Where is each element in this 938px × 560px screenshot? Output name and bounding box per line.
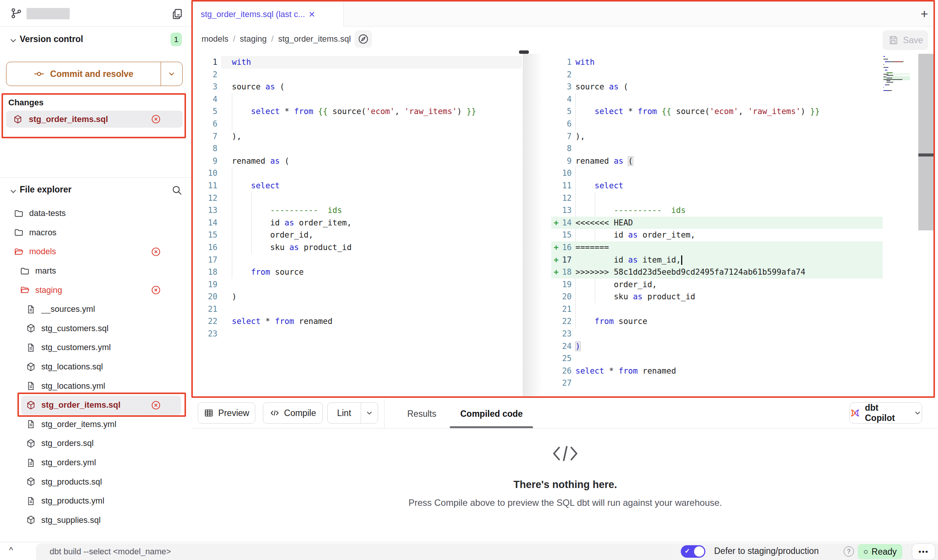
discard-change-icon[interactable] (151, 114, 161, 124)
command-bar[interactable]: dbt build --select <model_name> ✓ Defer … (36, 543, 938, 560)
defer-toggle[interactable]: ✓ (681, 545, 705, 558)
file-explorer-item-stg-supplies-sql[interactable]: stg_supplies.sql (0, 511, 192, 530)
code-line-21[interactable]: 21 (551, 303, 883, 316)
file-explorer-item-staging[interactable]: staging (0, 280, 192, 300)
commit-and-resolve-button[interactable]: Commit and resolve (6, 62, 183, 86)
chevron-down-icon[interactable] (8, 186, 18, 196)
code-line-23[interactable]: 23 (551, 328, 883, 340)
code-line-10[interactable]: 10 (193, 167, 522, 180)
code-line-20[interactable]: 20) (193, 291, 522, 303)
code-line-7[interactable]: 7), (551, 130, 883, 143)
code-line-6[interactable]: 6 (193, 118, 522, 130)
code-line-20[interactable]: 20sku as product_id (551, 291, 883, 303)
tab-results[interactable]: Results (407, 399, 436, 429)
code-line-10[interactable]: 10 (551, 167, 883, 180)
code-line-7[interactable]: 7), (193, 130, 522, 143)
tab-compiled-code[interactable]: Compiled code (460, 399, 523, 429)
right-scrollbar[interactable] (918, 54, 934, 397)
code-line-23[interactable]: 23 (193, 328, 522, 340)
file-explorer-item-stg-locations-yml[interactable]: stg_locations.yml (0, 376, 192, 396)
search-icon[interactable] (171, 185, 183, 196)
save-button[interactable]: Save (883, 30, 928, 50)
code-line-11[interactable]: 11select (193, 180, 522, 192)
code-line-2[interactable]: 2 (551, 69, 883, 81)
changes-file-item[interactable]: stg_order_items.sql (6, 111, 183, 128)
lint-button[interactable]: Lint (327, 402, 378, 424)
code-line-13[interactable]: 13---------- ids (193, 204, 522, 217)
code-line-1[interactable]: 1with (193, 56, 522, 69)
editor-tab-stg-order-items[interactable]: stg_order_items.sql (last c... × (193, 2, 344, 27)
code-line-3[interactable]: 3source as ( (551, 81, 883, 93)
command-input[interactable]: dbt build --select <model_name> (50, 547, 171, 557)
code-line-3[interactable]: 3source as ( (193, 81, 522, 93)
code-line-19[interactable]: 19order_id, (551, 278, 883, 291)
chevron-down-icon[interactable] (8, 36, 18, 45)
file-explorer-item-models[interactable]: models (0, 242, 192, 261)
code-line-16[interactable]: 16sku as product_id (193, 241, 522, 254)
code-line-27[interactable]: 27 (551, 377, 883, 389)
help-icon[interactable]: ? (844, 546, 854, 557)
code-line-14[interactable]: 14id as order_item, (193, 217, 522, 229)
copy-files-icon[interactable] (170, 7, 184, 21)
code-line-13[interactable]: 13---------- ids (551, 204, 883, 217)
code-line-17[interactable]: +17id as item_id, (551, 254, 883, 266)
code-line-14[interactable]: +14<<<<<<< HEAD (551, 217, 883, 229)
code-line-1[interactable]: 1with (551, 56, 883, 69)
code-line-4[interactable]: 4 (551, 93, 883, 106)
code-line-6[interactable]: 6 (551, 118, 883, 130)
file-explorer-item-stg-order-items-yml[interactable]: stg_order_items.yml (0, 415, 192, 434)
code-line-12[interactable]: 12 (193, 192, 522, 205)
code-line-8[interactable]: 8 (551, 142, 883, 155)
discard-change-icon[interactable] (151, 247, 161, 257)
code-line-19[interactable]: 19 (193, 278, 522, 291)
close-icon[interactable]: × (309, 9, 315, 20)
file-explorer-item--sources-yml[interactable]: __sources.yml (0, 300, 192, 319)
file-explorer-item-stg-products-yml[interactable]: stg_products.yml (0, 491, 192, 511)
dbt-copilot-button[interactable]: dbt Copilot (849, 402, 922, 424)
code-line-25[interactable]: 25 (551, 352, 883, 365)
code-line-4[interactable]: 4 (193, 93, 522, 106)
file-explorer-item-stg-orders-sql[interactable]: stg_orders.sql (0, 434, 192, 453)
compass-icon[interactable] (355, 30, 372, 48)
file-explorer-item-macros[interactable]: macros (0, 223, 192, 242)
file-explorer-item-stg-customers-yml[interactable]: stg_customers.yml (0, 338, 192, 357)
code-line-18[interactable]: 18from source (193, 266, 522, 278)
file-explorer-item-stg-orders-yml[interactable]: stg_orders.yml (0, 453, 192, 472)
file-explorer-item-stg-locations-sql[interactable]: stg_locations.sql (0, 357, 192, 377)
file-explorer-item-stg-order-items-sql[interactable]: stg_order_items.sql (21, 396, 181, 415)
code-line-22[interactable]: 22select * from renamed (193, 315, 522, 328)
code-line-8[interactable]: 8 (193, 142, 522, 155)
more-options-button[interactable]: ••• (912, 543, 935, 560)
file-explorer-item-stg-products-sql[interactable]: stg_products.sql (0, 472, 192, 491)
code-line-24[interactable]: 24) (551, 340, 883, 353)
commit-and-resolve-main[interactable]: Commit and resolve (6, 62, 161, 86)
code-line-9[interactable]: 9renamed as ( (193, 155, 522, 167)
lint-options-chevron-icon[interactable] (361, 403, 378, 423)
editor-pane-incoming[interactable]: 1with23source as (45select * from {{ sou… (551, 54, 934, 397)
file-explorer-item-marts[interactable]: marts (0, 261, 192, 281)
new-tab-button[interactable]: + (916, 5, 933, 22)
commit-options-chevron-icon[interactable] (161, 62, 182, 86)
code-line-22[interactable]: 22from source (551, 315, 883, 328)
code-line-12[interactable]: 12 (551, 192, 883, 205)
file-explorer-item-data-tests[interactable]: data-tests (0, 204, 192, 223)
left-scrollbar-thumb[interactable] (519, 50, 529, 54)
code-line-26[interactable]: 26select * from renamed (551, 365, 883, 377)
code-line-17[interactable]: 17 (193, 254, 522, 266)
file-explorer-item-stg-customers-sql[interactable]: stg_customers.sql (0, 319, 192, 338)
preview-button[interactable]: Preview (198, 402, 255, 424)
code-line-5[interactable]: 5select * from {{ source('ecom', 'raw_it… (193, 105, 522, 118)
code-line-18[interactable]: +18>>>>>>> 58c1dd23d5eebd9cd2495fa7124ab… (551, 266, 883, 278)
discard-change-icon[interactable] (151, 400, 161, 410)
code-line-15[interactable]: 15order_id, (193, 229, 522, 241)
editor-pane-current[interactable]: 1with23source as (45select * from {{ sou… (193, 54, 523, 397)
code-line-21[interactable]: 21 (193, 303, 522, 316)
code-line-5[interactable]: 5select * from {{ source('ecom', 'raw_it… (551, 105, 883, 118)
minimap[interactable] (883, 56, 911, 92)
code-line-16[interactable]: +16======= (551, 241, 883, 254)
code-line-9[interactable]: 9renamed as ( (551, 155, 883, 167)
code-line-2[interactable]: 2 (193, 69, 522, 81)
compile-button[interactable]: Compile (263, 402, 323, 424)
discard-change-icon[interactable] (151, 285, 161, 295)
scrollbar-thumb[interactable] (918, 54, 934, 230)
